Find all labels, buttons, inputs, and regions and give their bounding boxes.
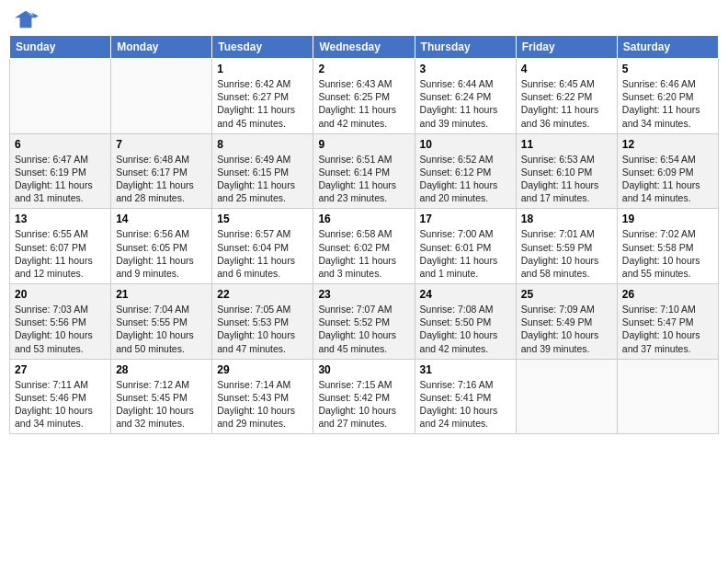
- calendar-cell: 14Sunrise: 6:56 AMSunset: 6:05 PMDayligh…: [111, 209, 212, 284]
- calendar-cell: [111, 59, 212, 134]
- weekday-header-thursday: Thursday: [415, 36, 516, 59]
- calendar-cell: 15Sunrise: 6:57 AMSunset: 6:04 PMDayligh…: [212, 209, 313, 284]
- calendar-cell: 11Sunrise: 6:53 AMSunset: 6:10 PMDayligh…: [516, 133, 617, 209]
- calendar-cell: 16Sunrise: 6:58 AMSunset: 6:02 PMDayligh…: [313, 209, 415, 284]
- day-number: 9: [318, 138, 409, 151]
- calendar-week-3: 13Sunrise: 6:55 AMSunset: 6:07 PMDayligh…: [10, 209, 719, 284]
- weekday-header-sunday: Sunday: [10, 36, 111, 59]
- day-info: Sunrise: 6:56 AMSunset: 6:05 PMDaylight:…: [116, 227, 207, 280]
- calendar-week-5: 27Sunrise: 7:11 AMSunset: 5:46 PMDayligh…: [10, 359, 719, 434]
- calendar-cell: 5Sunrise: 6:46 AMSunset: 6:20 PMDaylight…: [617, 59, 718, 134]
- calendar-cell: 21Sunrise: 7:04 AMSunset: 5:55 PMDayligh…: [111, 284, 212, 360]
- weekday-header-row: SundayMondayTuesdayWednesdayThursdayFrid…: [10, 36, 719, 59]
- day-info: Sunrise: 6:51 AMSunset: 6:14 PMDaylight:…: [318, 153, 409, 205]
- day-number: 18: [521, 213, 612, 225]
- calendar-cell: 26Sunrise: 7:10 AMSunset: 5:47 PMDayligh…: [617, 284, 718, 360]
- day-info: Sunrise: 6:49 AMSunset: 6:15 PMDaylight:…: [217, 153, 308, 205]
- day-info: Sunrise: 6:47 AMSunset: 6:19 PMDaylight:…: [15, 153, 106, 205]
- calendar-week-4: 20Sunrise: 7:03 AMSunset: 5:56 PMDayligh…: [10, 284, 719, 360]
- calendar-cell: 2Sunrise: 6:43 AMSunset: 6:25 PMDaylight…: [313, 59, 415, 134]
- day-number: 28: [116, 363, 207, 376]
- calendar-cell: 8Sunrise: 6:49 AMSunset: 6:15 PMDaylight…: [212, 133, 313, 209]
- calendar-cell: 18Sunrise: 7:01 AMSunset: 5:59 PMDayligh…: [516, 209, 617, 284]
- day-info: Sunrise: 6:53 AMSunset: 6:10 PMDaylight:…: [521, 153, 612, 205]
- calendar-cell: 29Sunrise: 7:14 AMSunset: 5:43 PMDayligh…: [212, 359, 313, 434]
- day-info: Sunrise: 7:03 AMSunset: 5:56 PMDaylight:…: [15, 303, 106, 355]
- logo-icon: [13, 9, 39, 29]
- day-number: 3: [420, 63, 511, 75]
- day-number: 8: [217, 138, 308, 151]
- day-number: 25: [521, 288, 612, 301]
- calendar-cell: 6Sunrise: 6:47 AMSunset: 6:19 PMDaylight…: [10, 133, 111, 209]
- calendar-cell: 1Sunrise: 6:42 AMSunset: 6:27 PMDaylight…: [212, 59, 313, 134]
- day-info: Sunrise: 6:45 AMSunset: 6:22 PMDaylight:…: [521, 77, 612, 130]
- calendar-cell: 30Sunrise: 7:15 AMSunset: 5:42 PMDayligh…: [313, 359, 415, 434]
- calendar-cell: 12Sunrise: 6:54 AMSunset: 6:09 PMDayligh…: [617, 133, 718, 209]
- calendar-cell: 17Sunrise: 7:00 AMSunset: 6:01 PMDayligh…: [415, 209, 516, 284]
- calendar-cell: 9Sunrise: 6:51 AMSunset: 6:14 PMDaylight…: [313, 133, 415, 209]
- day-number: 5: [622, 63, 713, 75]
- day-info: Sunrise: 7:16 AMSunset: 5:41 PMDaylight:…: [420, 378, 511, 431]
- day-info: Sunrise: 6:57 AMSunset: 6:04 PMDaylight:…: [217, 227, 308, 280]
- calendar-cell: 3Sunrise: 6:44 AMSunset: 6:24 PMDaylight…: [415, 59, 516, 134]
- day-info: Sunrise: 6:43 AMSunset: 6:25 PMDaylight:…: [318, 77, 409, 130]
- day-info: Sunrise: 6:46 AMSunset: 6:20 PMDaylight:…: [622, 77, 713, 130]
- calendar-cell: 27Sunrise: 7:11 AMSunset: 5:46 PMDayligh…: [10, 359, 111, 434]
- page-header: [9, 9, 719, 29]
- day-info: Sunrise: 6:44 AMSunset: 6:24 PMDaylight:…: [420, 77, 511, 130]
- calendar-cell: 31Sunrise: 7:16 AMSunset: 5:41 PMDayligh…: [415, 359, 516, 434]
- calendar-cell: 10Sunrise: 6:52 AMSunset: 6:12 PMDayligh…: [415, 133, 516, 209]
- day-number: 13: [15, 213, 106, 225]
- calendar-cell: 25Sunrise: 7:09 AMSunset: 5:49 PMDayligh…: [516, 284, 617, 360]
- day-info: Sunrise: 6:55 AMSunset: 6:07 PMDaylight:…: [15, 227, 106, 280]
- day-info: Sunrise: 7:09 AMSunset: 5:49 PMDaylight:…: [521, 303, 612, 355]
- calendar-cell: 20Sunrise: 7:03 AMSunset: 5:56 PMDayligh…: [10, 284, 111, 360]
- day-number: 11: [521, 138, 612, 151]
- calendar-cell: 4Sunrise: 6:45 AMSunset: 6:22 PMDaylight…: [516, 59, 617, 134]
- calendar-cell: 7Sunrise: 6:48 AMSunset: 6:17 PMDaylight…: [111, 133, 212, 209]
- logo: [13, 9, 40, 29]
- svg-marker-0: [15, 11, 37, 28]
- weekday-header-friday: Friday: [516, 36, 617, 59]
- weekday-header-tuesday: Tuesday: [212, 36, 313, 59]
- day-number: 27: [15, 363, 106, 376]
- calendar-cell: [516, 359, 617, 434]
- day-number: 10: [420, 138, 511, 151]
- day-info: Sunrise: 7:10 AMSunset: 5:47 PMDaylight:…: [622, 303, 713, 355]
- calendar-cell: 23Sunrise: 7:07 AMSunset: 5:52 PMDayligh…: [313, 284, 415, 360]
- day-info: Sunrise: 6:42 AMSunset: 6:27 PMDaylight:…: [217, 77, 308, 130]
- day-number: 20: [15, 288, 106, 301]
- day-number: 19: [622, 213, 713, 225]
- day-number: 7: [116, 138, 207, 151]
- day-number: 22: [217, 288, 308, 301]
- day-info: Sunrise: 7:01 AMSunset: 5:59 PMDaylight:…: [521, 227, 612, 280]
- calendar-table: SundayMondayTuesdayWednesdayThursdayFrid…: [9, 35, 719, 434]
- weekday-header-monday: Monday: [111, 36, 212, 59]
- day-number: 4: [521, 63, 612, 75]
- calendar-cell: 24Sunrise: 7:08 AMSunset: 5:50 PMDayligh…: [415, 284, 516, 360]
- day-info: Sunrise: 7:15 AMSunset: 5:42 PMDaylight:…: [318, 378, 409, 431]
- day-number: 1: [217, 63, 308, 75]
- day-number: 26: [622, 288, 713, 301]
- calendar-cell: 13Sunrise: 6:55 AMSunset: 6:07 PMDayligh…: [10, 209, 111, 284]
- day-number: 30: [318, 363, 409, 376]
- weekday-header-wednesday: Wednesday: [313, 36, 415, 59]
- day-info: Sunrise: 7:12 AMSunset: 5:45 PMDaylight:…: [116, 378, 207, 431]
- day-number: 23: [318, 288, 409, 301]
- day-info: Sunrise: 7:00 AMSunset: 6:01 PMDaylight:…: [420, 227, 511, 280]
- day-info: Sunrise: 6:58 AMSunset: 6:02 PMDaylight:…: [318, 227, 409, 280]
- day-info: Sunrise: 7:08 AMSunset: 5:50 PMDaylight:…: [420, 303, 511, 355]
- day-info: Sunrise: 6:54 AMSunset: 6:09 PMDaylight:…: [622, 153, 713, 205]
- day-info: Sunrise: 7:11 AMSunset: 5:46 PMDaylight:…: [15, 378, 106, 431]
- day-info: Sunrise: 7:04 AMSunset: 5:55 PMDaylight:…: [116, 303, 207, 355]
- day-info: Sunrise: 7:02 AMSunset: 5:58 PMDaylight:…: [622, 227, 713, 280]
- day-number: 24: [420, 288, 511, 301]
- calendar-week-2: 6Sunrise: 6:47 AMSunset: 6:19 PMDaylight…: [10, 133, 719, 209]
- day-info: Sunrise: 6:48 AMSunset: 6:17 PMDaylight:…: [116, 153, 207, 205]
- calendar-cell: [617, 359, 718, 434]
- weekday-header-saturday: Saturday: [617, 36, 718, 59]
- day-number: 14: [116, 213, 207, 225]
- day-number: 16: [318, 213, 409, 225]
- day-info: Sunrise: 7:05 AMSunset: 5:53 PMDaylight:…: [217, 303, 308, 355]
- day-number: 29: [217, 363, 308, 376]
